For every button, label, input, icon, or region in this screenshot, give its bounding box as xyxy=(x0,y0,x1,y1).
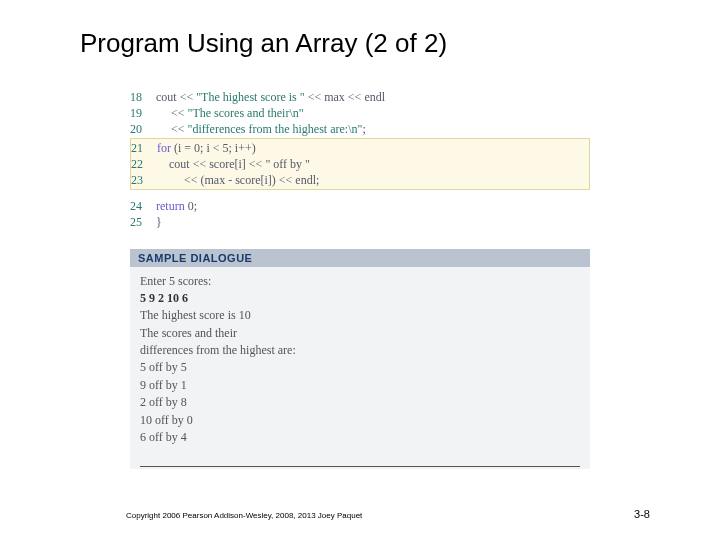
line-number: 23 xyxy=(131,172,157,188)
slide-title: Program Using an Array (2 of 2) xyxy=(80,28,660,59)
code-line: 19 << "The scores and their\n" xyxy=(130,105,590,121)
line-number: 18 xyxy=(130,89,156,105)
line-number: 25 xyxy=(130,214,156,230)
dialogue-line: The highest score is 10 xyxy=(140,307,580,324)
dialogue-rule xyxy=(140,466,580,467)
copyright-text: Copyright 2006 Pearson Addison-Wesley, 2… xyxy=(126,511,362,520)
dialogue-line: 6 off by 4 xyxy=(140,429,580,446)
dialogue-line: 9 off by 1 xyxy=(140,377,580,394)
line-number: 22 xyxy=(131,156,157,172)
code-text: for (i = 0; i < 5; i++) xyxy=(157,140,256,156)
code-text: << "differences from the highest are:\n"… xyxy=(156,121,366,137)
code-text: << "The scores and their\n" xyxy=(156,105,304,121)
code-text: << (max - score[i]) << endl; xyxy=(157,172,319,188)
code-text: cout << "The highest score is " << max <… xyxy=(156,89,385,105)
code-text: return 0; xyxy=(156,198,197,214)
code-line: 22 cout << score[i] << " off by " xyxy=(131,156,589,172)
dialogue-line: 2 off by 8 xyxy=(140,394,580,411)
line-number: 19 xyxy=(130,105,156,121)
code-line: 20 << "differences from the highest are:… xyxy=(130,121,590,137)
code-line: 21for (i = 0; i < 5; i++) xyxy=(131,140,589,156)
dialogue-line: 10 off by 0 xyxy=(140,412,580,429)
sample-dialogue: SAMPLE DIALOGUE Enter 5 scores:5 9 2 10 … xyxy=(130,249,590,470)
code-text: cout << score[i] << " off by " xyxy=(157,156,310,172)
dialogue-line: 5 off by 5 xyxy=(140,359,580,376)
code-line: 23 << (max - score[i]) << endl; xyxy=(131,172,589,188)
dialogue-line: The scores and their xyxy=(140,325,580,342)
code-line: 25} xyxy=(130,214,590,230)
line-number: 20 xyxy=(130,121,156,137)
line-number: 24 xyxy=(130,198,156,214)
line-number: 21 xyxy=(131,140,157,156)
dialogue-line: differences from the highest are: xyxy=(140,342,580,359)
code-block: 18cout << "The highest score is " << max… xyxy=(130,89,590,231)
code-text: } xyxy=(156,214,162,230)
dialogue-header: SAMPLE DIALOGUE xyxy=(130,249,590,267)
dialogue-line: 5 9 2 10 6 xyxy=(140,290,580,307)
code-line: 18cout << "The highest score is " << max… xyxy=(130,89,590,105)
code-line: 24return 0; xyxy=(130,198,590,214)
slide-number: 3-8 xyxy=(634,508,650,520)
highlighted-code: 21for (i = 0; i < 5; i++)22 cout << scor… xyxy=(130,138,590,191)
dialogue-line: Enter 5 scores: xyxy=(140,273,580,290)
